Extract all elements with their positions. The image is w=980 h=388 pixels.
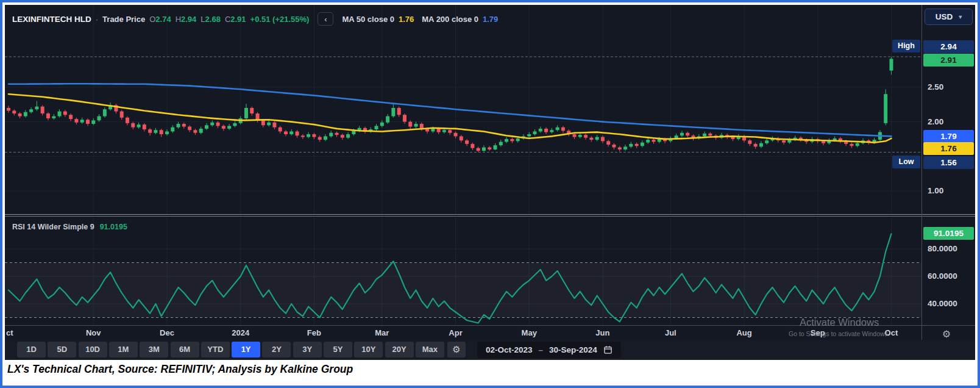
time-axis-label-ct: ct [6,328,13,337]
time-axis-label-Apr: Apr [449,328,462,337]
time-axis-label-Feb: Feb [307,328,321,337]
range-button-6m[interactable]: 6M [171,342,199,357]
rsi-axis-tick-60.0000: 60.0000 [928,271,957,282]
range-button-ytd[interactable]: YTD [201,342,230,357]
series-label: Trade Price [102,15,145,24]
range-button-3m[interactable]: 3M [140,342,168,357]
low-tag: Low [892,156,920,168]
ohlc-low: L2.68 [201,15,221,24]
rsi-pane-canvas[interactable] [5,217,921,325]
chevron-left-icon: ‹ [324,15,327,24]
high-price-badge: 2.94 [923,40,974,53]
range-button-1d[interactable]: 1D [17,342,46,357]
range-button-1y[interactable]: 1Y [232,342,260,357]
chart-legend: LEXINFINTECH HLD · Trade Price O2.74 H2.… [12,12,498,26]
date-to: 30-Sep-2024 [549,345,597,354]
range-button-1m[interactable]: 1M [109,342,138,357]
price-axis-tick-2.00: 2.00 [928,117,943,128]
rsi-axis-tick-80.0000: 80.0000 [928,243,957,254]
price-axis-tick-1.00: 1.00 [928,185,943,196]
low-price-badge: 1.56 [923,156,974,169]
price-pane-canvas[interactable] [5,5,921,215]
range-button-10y[interactable]: 10Y [354,342,383,357]
time-axis-label-Nov: Nov [86,328,101,337]
time-axis-label-Oct: Oct [885,328,898,337]
range-toolbar: ⚙ 02-Oct-2023 – 30-Sep-2024 1D5D10D1M3M6… [5,340,975,360]
chart-caption: LX's Technical Chart, Source: REFINITIV;… [7,363,353,376]
range-settings-gear-icon[interactable]: ⚙ [447,342,466,357]
last-price-badge: 2.91 [923,54,974,66]
price-change: +0.51 (+21.55%) [250,15,310,24]
time-axis-label-2024: 2024 [232,328,249,337]
range-button-5d[interactable]: 5D [48,342,76,357]
price-pane: LEXINFINTECH HLD · Trade Price O2.74 H2.… [5,5,921,215]
ma50-price-badge: 1.76 [923,142,974,155]
range-button-10d[interactable]: 10D [79,342,107,357]
rsi-legend-label: RSI 14 Wilder Simple 9 [12,223,94,231]
date-separator: – [539,345,544,354]
date-range-picker[interactable]: 02-Oct-2023 – 30-Sep-2024 [477,342,621,358]
date-from: 02-Oct-2023 [486,345,533,354]
pane-divider[interactable] [5,214,975,217]
time-axis-label-Jun: Jun [595,328,609,337]
time-axis-label-Jul: Jul [665,328,676,337]
time-axis-label-Dec: Dec [160,328,174,337]
symbol-name: LEXINFINTECH HLD [12,15,91,24]
range-button-5y[interactable]: 5Y [324,342,352,357]
rsi-axis-tick-40.0000: 40.0000 [928,298,957,309]
range-button-max[interactable]: Max [416,342,444,357]
rsi-value-badge: 91.0195 [923,227,974,240]
time-axis-label-May: May [522,328,537,337]
rsi-legend: RSI 14 Wilder Simple 9 91.0195 [12,223,127,231]
ma200-price-badge: 1.79 [923,130,974,143]
time-axis[interactable]: ctNovDec2024FebMarAprMayJunJulAugSepOct [5,325,975,340]
rsi-pane: RSI 14 Wilder Simple 9 91.0195 [5,217,921,325]
time-axis-label-Sep: Sep [811,328,825,337]
range-button-3y[interactable]: 3Y [293,342,322,357]
range-button-2y[interactable]: 2Y [262,342,291,357]
price-axis-tick-2.50: 2.50 [928,82,943,93]
calendar-icon [603,345,612,354]
collapse-indicators-button[interactable]: ‹ [318,12,333,26]
chevron-down-icon: ▾ [959,13,962,20]
ma50-legend-value: 1.76 [399,15,414,24]
time-axis-label-Aug: Aug [736,328,751,337]
currency-selector[interactable]: USD ▾ [925,9,973,25]
screen: LEXINFINTECH HLD · Trade Price O2.74 H2.… [0,0,980,388]
price-axis[interactable]: USD ▾ 2.502.001.0080.000060.000040.00002… [921,5,975,340]
time-axis-label-Mar: Mar [375,328,389,337]
range-button-20y[interactable]: 20Y [385,342,414,357]
ohlc-high: H2.94 [176,15,197,24]
chart-app: LEXINFINTECH HLD · Trade Price O2.74 H2.… [5,5,975,360]
ma200-legend-value: 1.79 [483,15,498,24]
high-tag: High [892,40,920,52]
rsi-legend-value: 91.0195 [100,223,127,231]
legend-separator: · [96,15,98,24]
ohlc-close: C2.91 [225,15,246,24]
ohlc-open: O2.74 [149,15,171,24]
ma200-legend-label: MA 200 close 0 [422,15,478,24]
time-axis-settings-gear-icon[interactable]: ⚙ [939,326,954,341]
currency-label: USD [936,12,953,21]
ma50-legend-label: MA 50 close 0 [342,15,394,24]
